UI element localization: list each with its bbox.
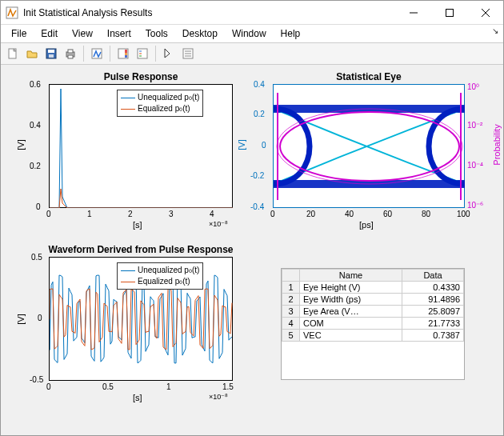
xtick: 2	[128, 210, 133, 218]
menu-tools[interactable]: Tools	[138, 26, 175, 41]
plot1-legend[interactable]: Unequalized p₀(t) Equalized p₀(t)	[117, 90, 203, 117]
row-data: 0.4330	[402, 282, 464, 294]
xtick: 0.5	[102, 382, 114, 391]
menu-desktop[interactable]: Desktop	[175, 26, 225, 41]
open-property-inspector-button[interactable]	[179, 45, 197, 62]
svg-rect-8	[49, 54, 54, 58]
menu-bar: File Edit View Insert Tools Desktop Wind…	[1, 25, 503, 42]
xtick: 3	[169, 210, 174, 218]
ytick: -0.2	[250, 171, 264, 180]
plot2-title: Statistical Eye	[273, 71, 465, 82]
ytick: 0	[262, 141, 266, 150]
menu-insert[interactable]: Insert	[100, 26, 138, 41]
menu-file[interactable]: File	[4, 26, 34, 41]
table-row[interactable]: 1Eye Height (V)0.4330	[282, 282, 464, 294]
row-data: 0.7387	[402, 330, 464, 342]
ytick: 0	[38, 314, 42, 322]
menu-edit[interactable]: Edit	[34, 26, 65, 41]
row-data: 25.8097	[402, 306, 464, 318]
plot1-axes[interactable]: Unequalized p₀(t) Equalized p₀(t)	[49, 84, 233, 208]
svg-rect-11	[68, 55, 73, 58]
maximize-button[interactable]	[431, 1, 467, 24]
plot3-legend[interactable]: Unequalized p₀(t) Equalized p₀(t)	[117, 262, 203, 290]
svg-rect-17	[138, 49, 147, 58]
results-table[interactable]: Name Data 1Eye Height (V)0.43302Eye Widt…	[281, 268, 465, 380]
row-name: Eye Height (V)	[300, 282, 402, 294]
plot3-xlabel: [s]	[133, 393, 142, 402]
row-data: 21.7733	[402, 318, 464, 330]
plot1-title: Pulse Response	[49, 71, 233, 82]
legend-item: Equalized p₀(t)	[138, 103, 190, 114]
row-data: 91.4896	[402, 294, 464, 306]
figure-canvas: Pulse Response Unequalized p₀(t) Equaliz…	[1, 66, 503, 435]
row-name: COM	[300, 318, 402, 330]
xtick: 1	[87, 210, 92, 218]
y2tick: 10⁻⁴	[467, 161, 483, 170]
y2tick: 10⁰	[467, 82, 479, 91]
xtick: 1.5	[222, 382, 234, 391]
toolbar	[1, 42, 503, 65]
xtick: 4	[210, 210, 214, 218]
toolbar-separator	[155, 46, 156, 62]
svg-rect-16	[125, 55, 127, 58]
y2tick: 10⁻²	[467, 121, 482, 130]
menu-help[interactable]: Help	[274, 26, 308, 41]
row-name: Eye Area (V…	[300, 306, 402, 318]
plot3-title: Waveform Derived from Pulse Response	[30, 244, 252, 255]
ytick: 0.5	[31, 253, 42, 262]
table-row[interactable]: 2Eye Width (ps)91.4896	[282, 294, 464, 306]
ytick: 0.2	[254, 110, 265, 118]
row-index: 3	[282, 306, 300, 318]
plot2-xlabel: [ps]	[359, 220, 374, 230]
colorbar-button[interactable]	[114, 45, 132, 62]
ytick: 0.2	[30, 162, 41, 170]
ytick: -0.5	[30, 375, 43, 384]
legend-item: Equalized p₀(t)	[138, 276, 190, 287]
edit-plot-button[interactable]	[160, 45, 178, 62]
col-name[interactable]: Name	[300, 270, 402, 282]
new-figure-button[interactable]	[4, 45, 22, 62]
xtick: 80	[422, 210, 430, 218]
plot2-ylabel: [V]	[237, 139, 246, 150]
row-index: 5	[282, 330, 300, 342]
link-button[interactable]	[88, 45, 106, 62]
table-row[interactable]: 4COM21.7733	[282, 318, 464, 330]
dock-arrow-icon[interactable]: ↘	[492, 26, 498, 35]
ytick: 0.4	[254, 80, 265, 89]
minimize-button[interactable]	[395, 1, 431, 24]
save-button[interactable]	[42, 45, 60, 62]
plot1-xlabel: [s]	[133, 220, 142, 230]
svg-rect-15	[125, 50, 127, 53]
row-index: 4	[282, 318, 300, 330]
col-data[interactable]: Data	[402, 270, 464, 282]
xtick: 0	[46, 382, 51, 391]
plot3-ylabel: [V]	[16, 314, 26, 324]
plot3-axes[interactable]: Unequalized p₀(t) Equalized p₀(t)	[49, 257, 233, 381]
plot2-axes[interactable]	[273, 84, 465, 208]
y2tick: 10⁻⁶	[467, 201, 483, 210]
print-button[interactable]	[62, 45, 79, 62]
ytick: 0	[36, 202, 41, 211]
toolbar-separator	[110, 46, 110, 62]
close-button[interactable]	[467, 1, 503, 24]
xtick: 60	[383, 210, 392, 218]
svg-rect-2	[446, 9, 453, 16]
table-row[interactable]: 5VEC0.7387	[282, 330, 464, 342]
xtick: 0	[270, 210, 275, 218]
row-index: 1	[282, 282, 300, 294]
app-icon	[6, 6, 18, 19]
menu-window[interactable]: Window	[225, 26, 274, 41]
row-index: 2	[282, 294, 300, 306]
menu-view[interactable]: View	[65, 26, 100, 41]
row-name: Eye Width (ps)	[300, 294, 402, 306]
ytick: 0.4	[30, 121, 41, 130]
legend-button[interactable]	[134, 45, 151, 62]
legend-item: Unequalized p₀(t)	[138, 92, 199, 103]
ytick: -0.4	[250, 202, 264, 211]
svg-rect-10	[68, 50, 73, 53]
table-row[interactable]: 3Eye Area (V…25.8097	[282, 306, 464, 318]
title-bar: Init Statistical Analysis Results	[1, 1, 503, 25]
open-button[interactable]	[23, 45, 41, 62]
plot2-y2label: Probability	[492, 121, 502, 169]
toolbar-separator	[83, 46, 84, 62]
